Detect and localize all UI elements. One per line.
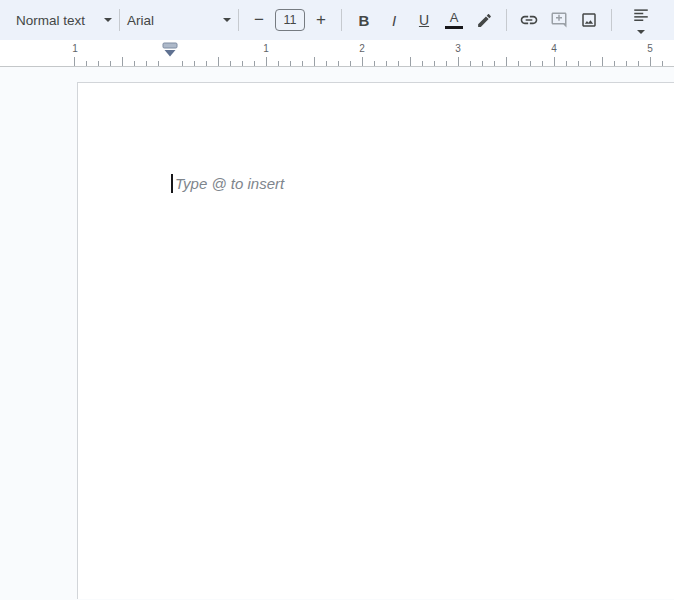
ruler-number: 2 (359, 43, 365, 54)
link-icon (519, 10, 539, 30)
ruler-tick (326, 61, 327, 66)
ruler-tick (662, 61, 663, 66)
ruler-tick (134, 61, 135, 66)
font-size-value: 11 (284, 13, 297, 27)
toolbar-divider (341, 9, 342, 31)
chevron-down-icon (223, 18, 231, 22)
ruler-tick (98, 61, 99, 66)
toolbar-divider (611, 9, 612, 31)
underline-icon: U (419, 12, 429, 28)
toolbar-divider (506, 9, 507, 31)
ruler-tick (410, 57, 411, 66)
chevron-down-icon (637, 30, 645, 34)
document-page[interactable]: Type @ to insert (77, 82, 674, 599)
ruler-tick (494, 61, 495, 66)
paragraph-style-label: Normal text (16, 13, 104, 28)
ruler-tick (194, 61, 195, 66)
text-align-button[interactable] (619, 6, 663, 34)
ruler-tick (350, 61, 351, 66)
font-family-label: Arial (127, 13, 223, 28)
toolbar-divider (119, 9, 120, 31)
underline-button[interactable]: U (409, 6, 439, 34)
insert-image-button[interactable] (574, 6, 604, 34)
ruler-tick (74, 57, 75, 66)
ruler-tick (422, 61, 423, 66)
ruler-tick (278, 61, 279, 66)
image-icon (580, 11, 598, 29)
ruler-tick (146, 61, 147, 66)
ruler-tick (110, 61, 111, 66)
ruler-tick (362, 57, 363, 66)
italic-button[interactable]: I (379, 6, 409, 34)
italic-icon: I (392, 12, 396, 29)
ruler-number: 4 (551, 43, 557, 54)
ruler-tick (338, 61, 339, 66)
ruler-tick (254, 61, 255, 66)
ruler-tick (566, 61, 567, 66)
ruler-tick (290, 61, 291, 66)
text-cursor (171, 174, 173, 193)
text-color-button[interactable]: A (439, 6, 469, 34)
ruler-tick (458, 57, 459, 66)
ruler-tick (302, 61, 303, 66)
highlighter-pen-icon (476, 12, 493, 29)
toolbar-divider (238, 9, 239, 31)
font-size-input[interactable]: 11 (275, 9, 305, 31)
ruler-tick (446, 61, 447, 66)
chevron-down-icon (104, 18, 112, 22)
ruler-tick (614, 61, 615, 66)
ruler-tick (230, 61, 231, 66)
bold-button[interactable]: B (349, 6, 379, 34)
minus-icon: − (254, 10, 264, 30)
plus-icon: + (316, 10, 326, 30)
ruler-tick (386, 61, 387, 66)
ruler-tick (626, 61, 627, 66)
ruler-tick (158, 61, 159, 66)
ruler-tick (590, 61, 591, 66)
ruler-number: 3 (455, 43, 461, 54)
ruler-tick (638, 61, 639, 66)
ruler-tick (86, 61, 87, 66)
increase-font-size-button[interactable]: + (308, 6, 334, 34)
add-comment-icon (550, 11, 568, 29)
indent-marker[interactable] (162, 42, 179, 59)
toolbar: Normal text Arial − 11 + B I U A (0, 0, 674, 40)
ruler-tick (374, 61, 375, 66)
ruler-number: 5 (647, 43, 653, 54)
ruler-tick (266, 57, 267, 66)
ruler-tick (398, 61, 399, 66)
decrease-font-size-button[interactable]: − (246, 6, 272, 34)
ruler-tick (314, 57, 315, 66)
ruler-tick (530, 61, 531, 66)
ruler-tick (518, 61, 519, 66)
ruler: 112345 (0, 40, 674, 67)
add-comment-button[interactable] (544, 6, 574, 34)
ruler-tick (242, 61, 243, 66)
ruler-number: 1 (72, 43, 78, 54)
ruler-tick (650, 57, 651, 66)
ruler-tick (578, 61, 579, 66)
highlight-color-button[interactable] (469, 6, 499, 34)
ruler-tick (542, 61, 543, 66)
ruler-tick (482, 61, 483, 66)
ruler-tick (602, 57, 603, 66)
ruler-tick (506, 57, 507, 66)
ruler-tick (206, 61, 207, 66)
ruler-tick (470, 61, 471, 66)
ruler-tick (122, 57, 123, 66)
bold-icon: B (359, 12, 370, 29)
ruler-tick (182, 61, 183, 66)
align-left-icon (632, 6, 650, 24)
insert-link-button[interactable] (514, 6, 544, 34)
ruler-tick (554, 57, 555, 66)
ruler-tick (434, 61, 435, 66)
ruler-tick (218, 57, 219, 66)
font-family-dropdown[interactable]: Arial (127, 6, 231, 34)
paragraph-style-dropdown[interactable]: Normal text (16, 6, 112, 34)
text-color-icon: A (445, 11, 463, 30)
ruler-number: 1 (263, 43, 269, 54)
document-canvas: Type @ to insert (0, 67, 674, 599)
placeholder-text: Type @ to insert (175, 174, 284, 193)
